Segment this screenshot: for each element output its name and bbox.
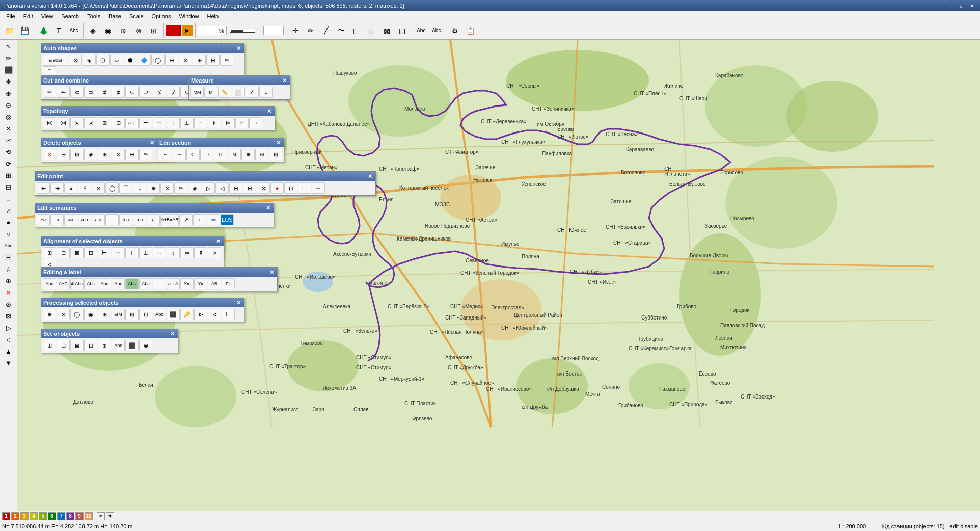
ep-btn-3[interactable]: ↡ [64, 182, 77, 194]
es-btn-5[interactable]: H [214, 149, 227, 160]
do-btn-6[interactable]: ⊗ [112, 149, 125, 160]
cc-btn-7[interactable]: ⊆ [125, 87, 139, 98]
menu-options[interactable]: Options [148, 12, 175, 20]
al-btn-9[interactable]: ↔ [153, 247, 166, 258]
ps-btn-1[interactable]: ⊕ [43, 309, 56, 320]
do-btn-8[interactable]: ✏ [139, 149, 152, 160]
el-btn-1[interactable]: Abc [43, 278, 56, 289]
toolbar-g1[interactable]: ▥ [349, 23, 364, 38]
panel-measure-close[interactable]: ✕ [281, 77, 288, 84]
lt-dot[interactable]: ● [2, 217, 16, 228]
el-btn-6[interactable]: Abc [112, 278, 125, 289]
as-btn-4[interactable]: ⬡ [96, 55, 110, 66]
al-btn-12[interactable]: ⇕ [194, 247, 207, 258]
el-btn-9[interactable]: ≡ [153, 278, 166, 289]
so-btn-7[interactable]: ⬛ [125, 340, 139, 351]
tile-1[interactable]: 1 [2, 512, 10, 520]
lt-minus[interactable]: ⊟ [2, 181, 16, 193]
tile-2[interactable]: 2 [11, 512, 19, 520]
toolbar-text[interactable]: T [51, 23, 66, 38]
lt-select[interactable]: ↖ [2, 41, 16, 52]
lt-zoom-out[interactable]: ⊖ [2, 99, 16, 111]
menu-help[interactable]: Help [203, 12, 223, 20]
al-btn-4[interactable]: ⊡ [84, 247, 97, 258]
panel-edit-semantics-header[interactable]: Edit semantics ✕ [35, 203, 274, 213]
al-btn-11[interactable]: ⇔ [180, 247, 194, 258]
panel-editing-label-header[interactable]: Editing a label ✕ [41, 268, 277, 277]
el-btn-11[interactable]: X= [180, 278, 194, 289]
as-btn-8[interactable]: ◯ [151, 55, 165, 66]
toolbar-line[interactable]: ╱ [319, 23, 333, 38]
menu-scale[interactable]: Scale [125, 12, 148, 20]
do-btn-2[interactable]: ⊟ [57, 149, 70, 160]
as-btn-9[interactable]: ⊕ [165, 55, 178, 66]
al-btn-1[interactable]: ⊞ [43, 247, 56, 258]
ep-btn-4[interactable]: ↟ [78, 182, 91, 194]
sem-btn-8[interactable]: a:h [133, 214, 146, 225]
ps-btn-14[interactable]: ⊢ [222, 309, 235, 320]
al-btn-5[interactable]: ⊢ [98, 247, 111, 258]
lt-hollow[interactable]: ○ [2, 228, 16, 240]
menu-base[interactable]: Base [104, 12, 125, 20]
lt-cross[interactable]: ✕ [2, 123, 16, 134]
cc-btn-10[interactable]: ⊉ [167, 87, 180, 98]
ps-btn-7[interactable]: ⊠ [125, 309, 139, 320]
ep-btn-2[interactable]: ↠ [50, 182, 64, 194]
toolbar-open[interactable]: 📁 [2, 23, 16, 38]
sem-btn-14[interactable]: LUS [221, 214, 234, 225]
al-btn-8[interactable]: ⊥ [139, 247, 152, 258]
m-btn-angle[interactable]: ∠ [246, 87, 259, 98]
toolbar-b3[interactable]: ⊕ [116, 23, 130, 38]
panel-processing-header[interactable]: Processing selected objects ✕ [41, 298, 244, 307]
lt-rect[interactable]: ⬛ [2, 64, 16, 75]
do-btn-5[interactable]: ⊞ [98, 149, 111, 160]
ep-btn-1[interactable]: ↞ [37, 182, 50, 194]
scale-input[interactable]: 15% [266, 28, 281, 34]
lt-angle[interactable]: ⊿ [2, 205, 16, 216]
lt-cut[interactable]: ✂ [2, 135, 16, 146]
do-btn-4[interactable]: ◈ [84, 149, 97, 160]
es-btn-4[interactable]: ⇒ [200, 149, 213, 160]
tile-10[interactable]: 10 [85, 512, 93, 520]
tp-btn-4[interactable]: ⋌ [84, 117, 97, 128]
lt-up[interactable]: ▲ [2, 346, 16, 357]
el-btn-10[interactable]: a→A [167, 278, 180, 289]
ps-btn-8[interactable]: ⊡ [139, 309, 152, 320]
scale-percent-control[interactable]: 15% [263, 26, 284, 35]
sem-btn-6[interactable]: ... [105, 214, 119, 225]
panel-alignment-header[interactable]: Alignment of selected objects ✕ [41, 236, 224, 246]
ps-btn-12[interactable]: ⊳ [194, 309, 207, 320]
toolbar-icon2[interactable]: 📋 [464, 23, 478, 38]
tp-btn-14[interactable]: ⊨ [222, 117, 235, 128]
as-btn-3[interactable]: ◈ [83, 55, 96, 66]
tp-btn-16[interactable]: → [249, 117, 262, 128]
el-btn-12[interactable]: Y= [194, 278, 207, 289]
so-btn-6[interactable]: Abc [112, 340, 125, 351]
cc-btn-8[interactable]: ⊇ [139, 87, 152, 98]
tp-btn-1[interactable]: ⋉ [43, 117, 56, 128]
cc-btn-9[interactable]: ⊈ [153, 87, 166, 98]
al-btn-10[interactable]: ↕ [167, 247, 180, 258]
lt-box[interactable]: ⊠ [2, 310, 16, 322]
zoom-input[interactable]: 250 [200, 28, 218, 34]
as-btn-1[interactable]: ⊟90⊟ [43, 55, 68, 66]
tp-btn-6[interactable]: ⊡ [112, 117, 125, 128]
ps-btn-13[interactable]: ⊲ [208, 309, 221, 320]
toolbar-b2[interactable]: ◉ [101, 23, 115, 38]
toolbar-b1[interactable]: ◈ [86, 23, 100, 38]
toolbar-g4[interactable]: ▤ [395, 23, 410, 38]
ps-btn-3[interactable]: ◯ [70, 309, 84, 320]
cc-btn-6[interactable]: ⊅ [112, 87, 125, 98]
tp-btn-3[interactable]: ⋋ [70, 117, 84, 128]
es-btn-3[interactable]: ⇐ [186, 149, 200, 160]
el-btn-2[interactable]: A+C [57, 278, 70, 289]
al-btn-6[interactable]: ⊣ [112, 247, 125, 258]
as-btn-11[interactable]: ⊞ [193, 55, 206, 66]
ep-btn-15[interactable]: ⊞ [229, 182, 242, 194]
tp-btn-9[interactable]: ⊣ [153, 117, 166, 128]
lt-lines[interactable]: ≡ [2, 193, 16, 204]
so-btn-4[interactable]: ⊡ [84, 340, 97, 351]
as-btn-12[interactable]: ⊟ [206, 55, 220, 66]
ps-btn-4[interactable]: ◉ [84, 309, 97, 320]
panel-alignment-close[interactable]: ✕ [214, 237, 222, 245]
